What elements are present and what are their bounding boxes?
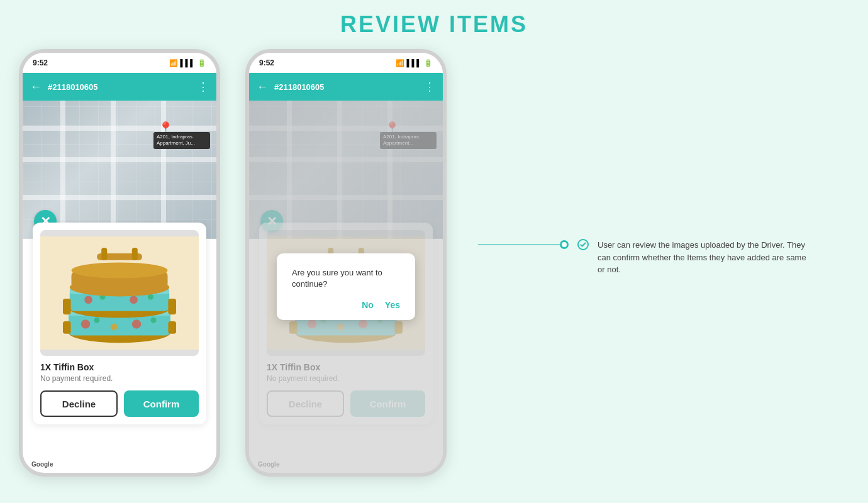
phone1-item-image: [40, 230, 199, 356]
phone1-item-name: 1X Tiffin Box: [40, 362, 199, 372]
svg-point-4: [81, 319, 90, 328]
annotation-dot: [560, 240, 569, 249]
phone2-dialog-overlay: Are you sure you want to continue? No Ye…: [249, 101, 443, 473]
svg-point-8: [111, 324, 118, 331]
phone1-notch-bar: 9:52 📶 ▌▌▌ 🔋: [23, 53, 216, 73]
svg-rect-22: [63, 299, 71, 314]
map-road-v2: [111, 101, 116, 239]
annotation-line: [478, 244, 560, 245]
dialog-question: Are you sure you want to continue?: [292, 267, 400, 290]
dialog-actions: No Yes: [292, 300, 400, 310]
phone-2: 9:52 📶 ▌▌▌ 🔋 ← #2118010605 ⋮ 📍: [245, 49, 447, 477]
phone1-app-header: ← #2118010605 ⋮: [23, 73, 216, 101]
svg-point-12: [84, 296, 92, 304]
phone1-payment-text: No payment required.: [40, 374, 199, 383]
svg-point-7: [151, 318, 157, 323]
annotation-area: User can review the images uploaded by t…: [478, 239, 849, 276]
annotation-text-content: User can review the images uploaded by t…: [598, 240, 806, 274]
svg-point-18: [72, 262, 168, 278]
svg-point-6: [132, 319, 141, 328]
phone1-item-card: 1X Tiffin Box No payment required. Decli…: [33, 223, 206, 424]
phone2-status-icons: 📶 ▌▌▌ 🔋: [396, 59, 433, 67]
annotation-line-container: [478, 240, 569, 249]
signal-icon: ▌▌▌: [181, 59, 195, 67]
annotation-text: User can review the images uploaded by t…: [598, 239, 811, 276]
phone1-time: 9:52: [33, 58, 48, 67]
phone2-wifi-icon: 📶: [396, 59, 404, 67]
svg-rect-20: [101, 248, 107, 260]
phone1-map-label: A201, Indrapras Appartment, Ju...: [153, 132, 210, 149]
battery-icon: 🔋: [198, 59, 206, 67]
phone1-notch: [88, 53, 151, 64]
phone1-more-button[interactable]: ⋮: [198, 80, 209, 94]
svg-rect-24: [63, 321, 71, 334]
dialog-yes-button[interactable]: Yes: [385, 300, 400, 310]
wifi-icon: 📶: [169, 59, 178, 67]
phone2-notch: [314, 53, 377, 64]
map-road-h1: [23, 126, 216, 131]
phone1-item-actions: Decline Confirm: [40, 390, 199, 417]
phone2-notch-bar: 9:52 📶 ▌▌▌ 🔋: [249, 53, 443, 73]
phone1-decline-button[interactable]: Decline: [40, 390, 118, 417]
phone1-google-label: Google: [31, 461, 53, 468]
page-title: REVIEW ITEMS: [0, 0, 868, 49]
svg-point-5: [94, 318, 100, 323]
phone2-back-button[interactable]: ←: [257, 80, 268, 94]
phone1-back-button[interactable]: ←: [30, 80, 42, 94]
phone2-app-header: ← #2118010605 ⋮: [249, 73, 443, 101]
phone2-battery-icon: 🔋: [424, 59, 433, 67]
map-road-h3: [23, 195, 216, 200]
phone2-order-id: #2118010605: [274, 82, 424, 92]
dialog-no-button[interactable]: No: [362, 300, 374, 310]
phone1-status-icons: 📶 ▌▌▌ 🔋: [169, 59, 206, 67]
phone1-confirm-button[interactable]: Confirm: [124, 390, 199, 417]
phone1-order-id: #2118010605: [48, 82, 198, 92]
svg-point-14: [130, 296, 138, 304]
phone-1: 9:52 📶 ▌▌▌ 🔋 ← #2118010605 ⋮ 📍: [19, 49, 220, 477]
phone2-dialog: Are you sure you want to continue? No Ye…: [277, 253, 415, 320]
svg-rect-21: [132, 248, 138, 260]
map-road-h2: [23, 157, 216, 162]
check-circle-icon: [577, 239, 589, 253]
phone2-time: 9:52: [259, 58, 274, 67]
svg-point-15: [148, 294, 153, 300]
phone2-more-button[interactable]: ⋮: [424, 80, 435, 94]
phone2-signal-icon: ▌▌▌: [407, 59, 421, 67]
svg-rect-23: [168, 299, 176, 314]
map-road-v1: [60, 101, 65, 239]
svg-rect-25: [168, 321, 176, 334]
phone1-map: 📍 A201, Indrapras Appartment, Ju... ✕: [23, 101, 216, 239]
